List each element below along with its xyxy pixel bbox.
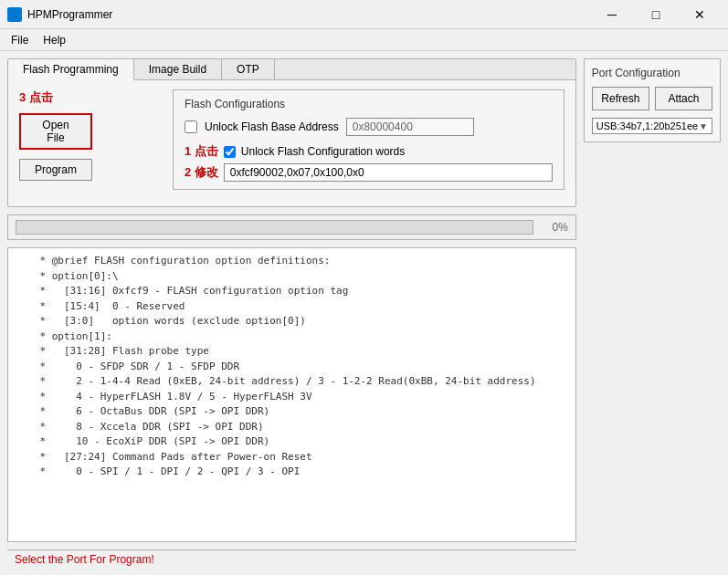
minimize-button[interactable]: ─ <box>591 0 633 29</box>
tab-container: Flash Programming Image Build OTP 3 点击 O… <box>7 58 576 207</box>
progress-section: 0% <box>7 214 576 240</box>
port-buttons: Refresh Attach <box>592 87 712 110</box>
app-icon <box>7 7 22 22</box>
tab-top-section: 3 点击 Open File Program Flash Configurati… <box>19 89 564 190</box>
unlock-config-words-checkbox[interactable] <box>224 146 236 158</box>
unlock-base-address-input[interactable] <box>346 118 474 136</box>
tab-left-buttons: 3 点击 Open File Program <box>19 89 92 190</box>
tab-flash-programming[interactable]: Flash Programming <box>8 59 134 80</box>
title-bar: HPMProgrammer ─ □ ✕ <box>0 0 728 29</box>
step2-label: 2 修改 <box>185 164 218 181</box>
config-words-section: 1 点击 Unlock Flash Configuration words 2 … <box>185 143 553 182</box>
tab-otp[interactable]: OTP <box>222 59 275 79</box>
app-title: HPMProgrammer <box>27 8 591 21</box>
program-button[interactable]: Program <box>19 159 92 181</box>
close-button[interactable]: ✕ <box>679 0 721 29</box>
unlock-base-address-row: Unlock Flash Base Address <box>185 118 553 136</box>
flash-config-group: Flash Configurations Unlock Flash Base A… <box>173 89 564 190</box>
right-panel: Port Configuration Refresh Attach USB:34… <box>584 58 721 568</box>
progress-label: 0% <box>541 221 568 234</box>
status-text: Select the Port For Program! <box>15 553 154 566</box>
tab-bar: Flash Programming Image Build OTP <box>8 59 575 80</box>
port-select-value: USB:34b7,1:20b251ee <box>596 120 699 131</box>
flash-programming-content: 3 点击 Open File Program Flash Configurati… <box>8 80 575 206</box>
left-panel: Flash Programming Image Build OTP 3 点击 O… <box>7 58 576 568</box>
unlock-base-address-label[interactable]: Unlock Flash Base Address <box>205 120 339 133</box>
log-content: * @brief FLASH configuration option defi… <box>16 254 568 480</box>
step1-label: 1 点击 <box>185 143 218 160</box>
port-config-title: Port Configuration <box>592 67 712 79</box>
refresh-button[interactable]: Refresh <box>592 87 649 110</box>
port-config-group: Port Configuration Refresh Attach USB:34… <box>584 58 721 142</box>
unlock-base-address-checkbox[interactable] <box>185 120 197 133</box>
unlock-config-words-label[interactable]: Unlock Flash Configuration words <box>241 145 405 158</box>
progress-bar-outer <box>16 220 533 235</box>
log-area[interactable]: * @brief FLASH configuration option defi… <box>7 247 576 542</box>
menu-file[interactable]: File <box>4 32 36 48</box>
menu-bar: File Help <box>0 29 728 51</box>
menu-help[interactable]: Help <box>36 32 73 48</box>
maximize-button[interactable]: □ <box>635 0 677 29</box>
attach-button[interactable]: Attach <box>655 87 712 110</box>
step3-annotation-row: 3 点击 <box>19 89 92 106</box>
port-select-arrow-icon: ▼ <box>699 121 708 131</box>
config-words-input[interactable] <box>224 163 553 182</box>
main-content: Flash Programming Image Build OTP 3 点击 O… <box>0 51 728 575</box>
config-words-row: 1 点击 Unlock Flash Configuration words <box>185 143 553 160</box>
config-words-input-row: 2 修改 <box>185 163 553 182</box>
port-select-wrapper[interactable]: USB:34b7,1:20b251ee ▼ <box>592 118 712 134</box>
window-controls: ─ □ ✕ <box>591 0 721 29</box>
tab-image-build[interactable]: Image Build <box>134 59 222 79</box>
status-bar: Select the Port For Program! <box>7 549 576 568</box>
flash-config-title: Flash Configurations <box>185 98 553 110</box>
open-file-button[interactable]: Open File <box>19 113 92 150</box>
step3-label: 3 点击 <box>19 89 53 106</box>
